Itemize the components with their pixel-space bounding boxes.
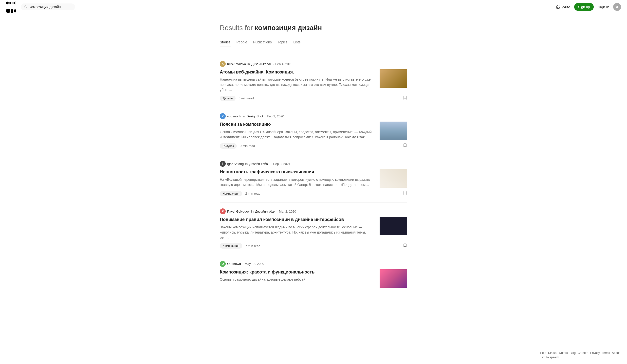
avatar: K bbox=[220, 61, 226, 67]
table-row: V voo.monk in DesignSpot · Feb 2, 2020 П… bbox=[220, 107, 407, 155]
article-thumbnail bbox=[380, 269, 407, 288]
article-title[interactable]: Понимание правил композиции в дизайне ин… bbox=[220, 217, 375, 222]
article-list: K Kris Anfalova in Дизайн-кабак · Feb 4,… bbox=[220, 55, 407, 294]
article-excerpt: Законы композиции используется людьми во… bbox=[220, 225, 375, 240]
article-date: May 22, 2020 bbox=[245, 262, 264, 266]
bookmark-icon bbox=[403, 243, 407, 248]
tab-stories[interactable]: Stories bbox=[220, 38, 231, 47]
svg-point-7 bbox=[6, 9, 10, 13]
bookmark-icon bbox=[403, 96, 407, 100]
article-meta: P Pavel Golyudov in Дизайн-кабак · Mar 2… bbox=[220, 208, 407, 214]
publication-name[interactable]: Дизайн-кабак bbox=[255, 210, 275, 213]
article-excerpt: Основы композиции для UX-дизайнера. Зако… bbox=[220, 129, 375, 140]
article-text: Поясни за композицию Основы композиции д… bbox=[220, 122, 375, 140]
publication-name[interactable]: Дизайн-кабак bbox=[251, 62, 271, 66]
bookmark-icon bbox=[403, 143, 407, 148]
tab-topics[interactable]: Topics bbox=[278, 38, 288, 47]
svg-point-1 bbox=[9, 2, 11, 4]
article-text: Композиция: красота и функциональность О… bbox=[220, 269, 375, 288]
author-name[interactable]: voo.monk bbox=[227, 114, 241, 118]
article-meta: I Igor Shtang in Дизайн-кабак · Sep 3, 2… bbox=[220, 161, 407, 167]
read-time: 5 min read bbox=[239, 97, 254, 100]
write-button[interactable]: Write bbox=[556, 5, 570, 9]
article-content-row: Невнятность графического высказывания На… bbox=[220, 169, 407, 188]
edit-icon bbox=[556, 5, 560, 9]
avatar: P bbox=[220, 208, 226, 214]
search-input[interactable] bbox=[30, 5, 71, 9]
publication-name[interactable]: DesignSpot bbox=[247, 114, 263, 118]
article-footer: Композиция 2 min read bbox=[220, 191, 407, 196]
article-thumbnail bbox=[380, 122, 407, 140]
article-thumbnail bbox=[380, 217, 407, 235]
avatar: I bbox=[220, 161, 226, 167]
read-time: 2 min read bbox=[245, 192, 260, 195]
article-excerpt: Наверника вы видели сайты, которые хочет… bbox=[220, 77, 375, 93]
bookmark-icon bbox=[403, 191, 407, 195]
article-meta: K Kris Anfalova in Дизайн-кабак · Feb 4,… bbox=[220, 61, 407, 67]
article-content-row: Композиция: красота и функциональность О… bbox=[220, 269, 407, 288]
main-content: Results for композиция дизайн Stories Pe… bbox=[215, 14, 412, 309]
article-meta: V voo.monk in DesignSpot · Feb 2, 2020 bbox=[220, 113, 407, 119]
tag-badge[interactable]: Дизайн bbox=[220, 96, 236, 101]
article-excerpt: На «Большой переверстке» есть задание, в… bbox=[220, 177, 375, 187]
author-name[interactable]: Igor Shtang bbox=[227, 162, 244, 166]
results-title: Results for композиция дизайн bbox=[220, 24, 407, 32]
tag-badge[interactable]: Рисунок bbox=[220, 143, 237, 149]
article-footer: Рисунок 9 min read bbox=[220, 143, 407, 149]
svg-point-9 bbox=[14, 9, 16, 13]
article-date: Mar 2, 2020 bbox=[279, 210, 296, 213]
author-name[interactable]: Pavel Golyudov bbox=[227, 210, 250, 213]
bookmark-button[interactable] bbox=[403, 191, 407, 196]
tab-people[interactable]: People bbox=[237, 38, 247, 47]
article-content-row: Понимание правил композиции в дизайне ин… bbox=[220, 217, 407, 240]
bookmark-button[interactable] bbox=[403, 143, 407, 149]
article-text: Невнятность графического высказывания На… bbox=[220, 169, 375, 188]
article-date: Sep 3, 2021 bbox=[273, 162, 290, 166]
author-name[interactable]: Outcrowd bbox=[227, 262, 241, 266]
table-row: K Kris Anfalova in Дизайн-кабак · Feb 4,… bbox=[220, 55, 407, 107]
signin-button[interactable]: Sign In bbox=[598, 5, 609, 9]
article-date: Feb 4, 2019 bbox=[275, 62, 292, 66]
article-thumbnail bbox=[380, 69, 407, 88]
article-title[interactable]: Невнятность графического высказывания bbox=[220, 169, 375, 175]
article-content-row: Поясни за композицию Основы композиции д… bbox=[220, 122, 407, 140]
bookmark-button[interactable] bbox=[403, 243, 407, 249]
svg-point-2 bbox=[12, 2, 12, 4]
avatar: O bbox=[220, 261, 226, 267]
search-tabs: Stories People Publications Topics Lists bbox=[220, 38, 407, 47]
write-label: Write bbox=[562, 5, 570, 9]
bookmark-button[interactable] bbox=[403, 96, 407, 101]
article-text: Понимание правил композиции в дизайне ин… bbox=[220, 217, 375, 240]
read-time: 9 min read bbox=[240, 144, 255, 148]
article-title[interactable]: Композиция: красота и функциональность bbox=[220, 269, 375, 275]
header: Write Sign up Sign In bbox=[0, 0, 627, 14]
article-thumbnail bbox=[380, 169, 407, 188]
table-row: P Pavel Golyudov in Дизайн-кабак · Mar 2… bbox=[220, 203, 407, 255]
article-text: Атомы веб-дизайна. Композиция. Наверника… bbox=[220, 69, 375, 93]
tag-badge[interactable]: Композиция bbox=[220, 191, 242, 196]
article-title[interactable]: Поясни за композицию bbox=[220, 122, 375, 127]
article-excerpt: Основы грамотного дизайна, которые делаю… bbox=[220, 277, 375, 282]
author-name[interactable]: Kris Anfalova bbox=[227, 62, 246, 66]
svg-rect-3 bbox=[13, 2, 13, 4]
read-time: 7 min read bbox=[245, 244, 260, 248]
table-row: I Igor Shtang in Дизайн-кабак · Sep 3, 2… bbox=[220, 155, 407, 203]
article-title[interactable]: Атомы веб-дизайна. Композиция. bbox=[220, 69, 375, 75]
publication-name[interactable]: Дизайн-кабак bbox=[249, 162, 269, 166]
svg-point-10 bbox=[25, 6, 27, 8]
signup-button[interactable]: Sign up bbox=[574, 3, 594, 11]
tab-lists[interactable]: Lists bbox=[293, 38, 300, 47]
svg-line-11 bbox=[27, 8, 27, 8]
article-date: Feb 2, 2020 bbox=[267, 114, 284, 118]
user-avatar-button[interactable] bbox=[613, 3, 621, 11]
user-icon bbox=[615, 5, 619, 9]
article-meta: O Outcrowd · May 22, 2020 bbox=[220, 261, 407, 267]
medium-logo[interactable] bbox=[6, 0, 17, 14]
article-content-row: Атомы веб-дизайна. Композиция. Наверника… bbox=[220, 69, 407, 93]
svg-point-6 bbox=[15, 2, 16, 4]
search-bar[interactable] bbox=[21, 3, 75, 10]
tag-badge[interactable]: Композиция bbox=[220, 243, 242, 249]
header-right: Write Sign up Sign In bbox=[556, 3, 621, 11]
tab-publications[interactable]: Publications bbox=[253, 38, 272, 47]
article-footer: Композиция 7 min read bbox=[220, 243, 407, 249]
